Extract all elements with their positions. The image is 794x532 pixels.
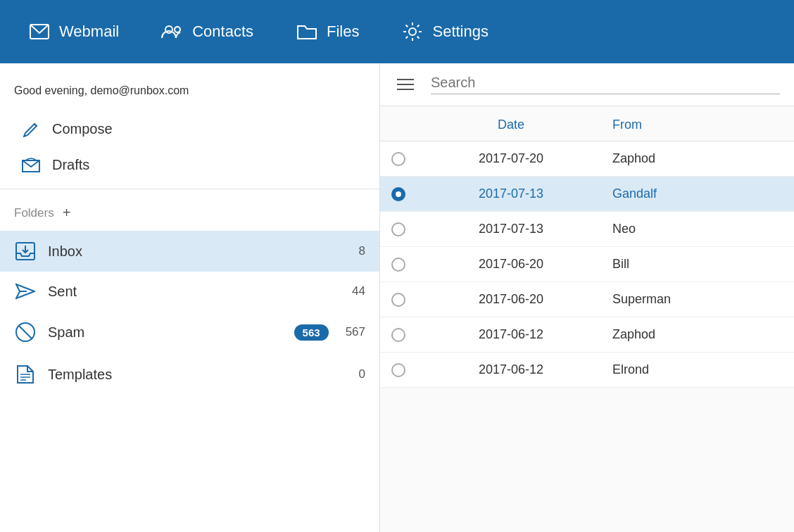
date-column-header[interactable]: Date	[417, 118, 605, 132]
files-label: Files	[327, 23, 359, 41]
email-date: 2017-07-13	[417, 186, 605, 201]
email-select-radio[interactable]	[391, 293, 405, 307]
add-folder-button[interactable]: +	[63, 205, 71, 221]
email-from: Elrond	[605, 362, 794, 377]
contacts-label: Contacts	[192, 23, 253, 41]
sidebar-item-sent[interactable]: Sent 44	[0, 272, 379, 311]
hamburger-menu-button[interactable]	[394, 76, 417, 93]
email-select-radio[interactable]	[391, 152, 405, 166]
files-icon	[296, 20, 318, 43]
nav-contacts[interactable]: Contacts	[161, 20, 253, 43]
email-select-radio[interactable]	[391, 363, 405, 377]
folders-label: Folders	[14, 206, 54, 220]
sent-label: Sent	[48, 284, 341, 300]
email-from: Neo	[605, 222, 794, 236]
templates-count: 0	[359, 367, 365, 381]
email-row[interactable]: 2017-06-20Superman	[380, 282, 794, 317]
templates-label: Templates	[48, 367, 348, 383]
compose-label: Compose	[52, 121, 113, 137]
inbox-label: Inbox	[48, 243, 348, 260]
compose-icon	[21, 122, 41, 137]
search-bar	[380, 63, 794, 106]
templates-icon	[14, 365, 37, 384]
sidebar-item-templates[interactable]: Templates 0	[0, 353, 379, 395]
svg-line-4	[34, 124, 37, 126]
settings-icon	[401, 20, 424, 43]
spam-badge: 563	[294, 324, 329, 341]
nav-webmail[interactable]: Webmail	[28, 20, 119, 43]
email-list: 2017-07-20Zaphod2017-07-13Gandalf2017-07…	[380, 141, 794, 532]
greeting: Good evening, demo@runbox.com	[0, 77, 379, 111]
email-row[interactable]: 2017-07-13Gandalf	[380, 177, 794, 212]
inbox-icon	[14, 242, 37, 260]
top-nav: Webmail Contacts Files Settings	[0, 0, 794, 63]
email-select-radio[interactable]	[391, 258, 405, 272]
sidebar: Good evening, demo@runbox.com Compose	[0, 63, 380, 532]
nav-settings[interactable]: Settings	[401, 20, 489, 43]
email-select-radio[interactable]	[391, 328, 405, 342]
search-input[interactable]	[431, 75, 780, 91]
spam-label: Spam	[48, 324, 283, 341]
email-from: Zaphod	[605, 151, 794, 166]
folders-header: Folders +	[0, 195, 379, 231]
email-date: 2017-06-12	[417, 362, 605, 377]
email-row[interactable]: 2017-06-20Bill	[380, 247, 794, 282]
contacts-icon	[161, 20, 184, 43]
email-row[interactable]: 2017-06-12Elrond	[380, 353, 794, 388]
email-date: 2017-06-20	[417, 257, 605, 272]
email-row[interactable]: 2017-06-12Zaphod	[380, 317, 794, 353]
email-from: Bill	[605, 257, 794, 272]
email-date: 2017-06-12	[417, 327, 605, 342]
email-date: 2017-06-20	[417, 292, 605, 307]
sent-count: 44	[352, 284, 365, 298]
search-wrapper	[431, 75, 780, 94]
spam-icon	[14, 322, 37, 342]
sidebar-item-spam[interactable]: Spam 563 567	[0, 311, 379, 353]
drafts-icon	[21, 158, 41, 173]
email-table-header: Date From	[380, 106, 794, 141]
svg-point-2	[175, 27, 180, 32]
email-from: Zaphod	[605, 327, 794, 342]
nav-files[interactable]: Files	[296, 20, 359, 43]
from-column-header[interactable]: From	[605, 118, 794, 132]
sidebar-item-inbox[interactable]: Inbox 8	[0, 231, 379, 272]
main-container: Good evening, demo@runbox.com Compose	[0, 63, 794, 532]
email-row[interactable]: 2017-07-13Neo	[380, 212, 794, 247]
drafts-label: Drafts	[52, 157, 89, 173]
email-panel: Date From 2017-07-20Zaphod2017-07-13Gand…	[380, 63, 794, 532]
email-from: Superman	[605, 292, 794, 307]
email-row[interactable]: 2017-07-20Zaphod	[380, 141, 794, 177]
compose-action[interactable]: Compose	[0, 111, 379, 147]
svg-line-10	[19, 326, 32, 338]
spam-count: 567	[346, 325, 365, 339]
drafts-action[interactable]: Drafts	[0, 147, 379, 183]
svg-point-3	[409, 28, 416, 35]
settings-label: Settings	[432, 23, 489, 41]
webmail-icon	[28, 20, 51, 43]
email-date: 2017-07-13	[417, 222, 605, 236]
inbox-count: 8	[359, 244, 365, 258]
sidebar-divider	[0, 189, 379, 189]
sent-icon	[14, 283, 37, 300]
email-select-radio[interactable]	[391, 222, 405, 236]
webmail-label: Webmail	[59, 23, 119, 41]
email-date: 2017-07-20	[417, 151, 605, 166]
email-select-radio[interactable]	[391, 187, 405, 201]
email-from: Gandalf	[605, 186, 794, 201]
